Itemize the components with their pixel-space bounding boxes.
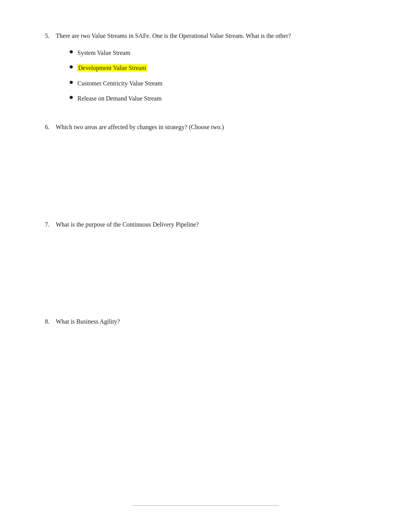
question-number-8: 8.: [39, 317, 50, 327]
answer-space-7: [39, 236, 372, 298]
bullet-icon: [70, 65, 73, 68]
list-item: Customer Centricity Value Stream: [70, 78, 372, 89]
question-block-6: 6.Which two areas are affected by change…: [39, 122, 372, 201]
question-number-7: 7.: [39, 220, 50, 230]
question-body-5: There are two Value Streams in SAFe. One…: [56, 31, 372, 41]
list-item: Release on Demand Value Stream: [70, 94, 372, 104]
answer-text-5-1: Development Value Stream: [77, 63, 372, 73]
question-row-8: 8.What is Business Agility?: [39, 317, 372, 327]
question-number-6: 6.: [39, 122, 50, 132]
answer-space-8: [39, 334, 372, 411]
question-block-7: 7.What is the purpose of the Continuous …: [39, 220, 372, 298]
question-row-5: 5.There are two Value Streams in SAFe. O…: [39, 31, 372, 41]
list-item: System Value Stream: [70, 48, 372, 58]
answer-text-5-2: Customer Centricity Value Stream: [77, 78, 372, 89]
question-body-8: What is Business Agility?: [56, 317, 372, 327]
answer-text-5-3: Release on Demand Value Stream: [77, 94, 372, 104]
highlighted-answer: Development Value Stream: [77, 64, 147, 72]
bullet-icon: [70, 81, 73, 84]
list-item: Development Value Stream: [70, 63, 372, 73]
answer-space-6: [39, 139, 372, 201]
question-block-8: 8.What is Business Agility?: [39, 317, 372, 411]
answer-text-5-0: System Value Stream: [77, 48, 372, 58]
question-row-7: 7.What is the purpose of the Continuous …: [39, 220, 372, 230]
question-body-6: Which two areas are affected by changes …: [56, 122, 372, 132]
page-footer: [132, 505, 279, 509]
question-number-5: 5.: [39, 31, 50, 41]
question-row-6: 6.Which two areas are affected by change…: [39, 122, 372, 132]
question-block-5: 5.There are two Value Streams in SAFe. O…: [39, 31, 372, 104]
bullet-icon: [70, 50, 73, 53]
bullet-icon: [70, 96, 73, 99]
question-body-7: What is the purpose of the Continuous De…: [56, 220, 372, 230]
answer-list-5: System Value StreamDevelopment Value Str…: [70, 48, 372, 104]
